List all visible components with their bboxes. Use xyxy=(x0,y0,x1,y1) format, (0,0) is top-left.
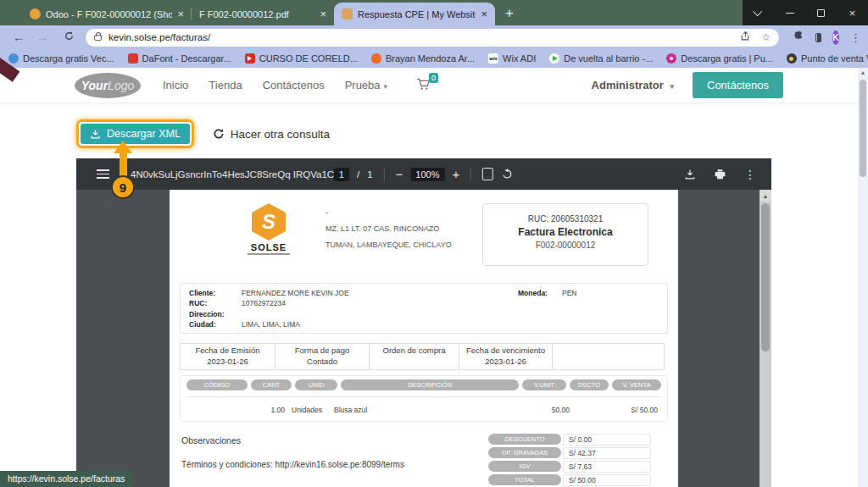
minimize-icon[interactable] xyxy=(782,5,798,20)
observations: Observaciones Términos y condiciones: ht… xyxy=(181,434,488,486)
scroll-up-icon[interactable]: ▲ xyxy=(760,190,771,202)
bookmark-item[interactable]: DaFont - Descargar... xyxy=(128,53,231,64)
bookmark-item[interactable]: CURSO DE CORELD... xyxy=(245,53,358,64)
step-annotation: 9 xyxy=(107,141,139,199)
invoice-document: S SOLSE - MZ. L1 LT. 07 CAS. RINCONAZO T… xyxy=(170,190,678,487)
step-number-badge: 9 xyxy=(111,175,135,199)
tab-title: Respuesta CPE | My Website xyxy=(358,9,476,19)
pdf-page-zoom-controls: 1 / 1 − 100% + xyxy=(334,168,514,181)
close-tab-icon[interactable]: × xyxy=(320,8,326,19)
lock-icon[interactable] xyxy=(94,35,102,41)
odoo-favicon-icon xyxy=(30,8,41,19)
web-page: YourLogo Inicio Tienda Contáctenos Prueb… xyxy=(0,68,868,487)
pdf-toolbar: 4N0vkSuLjGsncrInTo4HesJC8SreQq IRQVa1CR8… xyxy=(76,158,771,190)
nav-prueba[interactable]: Prueba▾ xyxy=(345,79,387,91)
tab-search-icon[interactable] xyxy=(751,5,766,20)
tab-respuesta-cpe[interactable]: Respuesta CPE | My Website × xyxy=(334,3,495,25)
solse-logo: S SOLSE xyxy=(242,203,295,266)
restore-icon[interactable] xyxy=(814,5,829,20)
bookmark-label: De vuelta al barrio -... xyxy=(564,53,653,64)
tab-title: Odoo - F F002-00000012 (Shop/ xyxy=(46,9,172,19)
bookmark-item[interactable]: Punto de venta Ven... xyxy=(787,53,868,64)
fit-page-icon[interactable] xyxy=(482,168,493,180)
dafont-icon xyxy=(128,53,138,64)
bookmark-item[interactable]: Brayan Mendoza Ar... xyxy=(371,53,475,64)
tab-pdf[interactable]: F F002-00000012.pdf × xyxy=(192,3,334,25)
nav-contactenos[interactable]: Contáctenos xyxy=(263,79,325,91)
observations-totals: Observaciones Términos y condiciones: ht… xyxy=(181,434,668,486)
close-tab-icon[interactable]: × xyxy=(177,8,184,19)
logo-text-light: Logo xyxy=(108,79,134,92)
bookmark-item[interactable]: wixWix ADI xyxy=(488,53,536,64)
nav-tienda[interactable]: Tienda xyxy=(209,79,242,91)
page-number-input[interactable]: 1 xyxy=(334,168,349,181)
forward-icon[interactable]: → xyxy=(36,30,48,44)
fox-icon xyxy=(371,53,381,64)
retry-link[interactable]: Hacer otra consulta xyxy=(213,128,330,141)
status-url-tooltip: https://kevin.solse.pe/facturas xyxy=(0,471,132,487)
more-options-icon[interactable]: ⋮ xyxy=(744,168,756,181)
side-panel-icon[interactable] xyxy=(815,33,821,42)
header-right: Administrator ▾ Contáctenos xyxy=(592,72,783,98)
bookmark-item[interactable]: Descarga gratis | Pu... xyxy=(666,53,773,64)
site-favicon-icon xyxy=(342,8,353,19)
reload-icon[interactable] xyxy=(60,30,75,44)
download-icon xyxy=(90,129,101,140)
cart-button[interactable]: 0 xyxy=(416,78,431,93)
url-text[interactable]: kevin.solse.pe/facturas/ xyxy=(108,32,726,42)
bookmark-label: Wix ADI xyxy=(503,53,536,64)
address-bar: ← → kevin.solse.pe/facturas/ ☆ K ⋮ xyxy=(0,25,868,49)
tab-odoo[interactable]: Odoo - F F002-00000012 (Shop/ × xyxy=(22,3,192,25)
user-menu[interactable]: Administrator ▾ xyxy=(592,79,674,91)
close-tab-icon[interactable]: × xyxy=(481,8,487,19)
vecteezy-icon xyxy=(8,53,19,64)
scroll-up-icon[interactable]: ▲ xyxy=(858,68,868,78)
pos-icon xyxy=(787,53,797,64)
scrollbar-thumb[interactable] xyxy=(761,203,770,351)
pdf-scrollbar[interactable]: ▲ xyxy=(760,190,771,487)
chevron-down-icon: ▾ xyxy=(384,82,388,91)
youtube-icon xyxy=(245,53,255,64)
print-icon[interactable] xyxy=(714,169,726,180)
bookmark-star-icon[interactable]: ☆ xyxy=(761,31,771,43)
profile-avatar[interactable]: K xyxy=(832,30,839,45)
close-window-icon[interactable]: × xyxy=(845,5,860,20)
zoom-out-icon[interactable]: − xyxy=(396,168,403,180)
contact-button[interactable]: Contáctenos xyxy=(693,72,783,98)
bookmarks-bar: Descarga gratis Vec... DaFont - Descarga… xyxy=(0,49,868,68)
bookmark-item[interactable]: De vuelta al barrio -... xyxy=(549,53,653,64)
bookmark-label: Punto de venta Ven... xyxy=(801,53,868,64)
pdf-viewer: 4N0vkSuLjGsncrInTo4HesJC8SreQq IRQVa1CR8… xyxy=(76,158,771,487)
link-label: Hacer otra consulta xyxy=(231,128,330,141)
extensions-icon[interactable] xyxy=(790,30,804,44)
company-address: - MZ. L1 LT. 07 CAS. RINCONAZO TUMAN, LA… xyxy=(295,203,482,266)
solse-tagline xyxy=(248,253,290,255)
zoom-in-icon[interactable]: + xyxy=(452,168,459,180)
site-logo[interactable]: YourLogo xyxy=(75,73,141,98)
page-scrollbar[interactable]: ▲ xyxy=(858,68,868,487)
site-nav: Inicio Tienda Contáctenos Prueba▾ 0 xyxy=(163,78,431,93)
page-total: 1 xyxy=(367,169,372,180)
nav-inicio[interactable]: Inicio xyxy=(163,79,188,91)
new-tab-button[interactable]: + xyxy=(505,6,514,20)
totals-table: DESCUENTOS/ 0.00 OP. GRAVADASS/ 42.37 IG… xyxy=(488,434,668,486)
bookmark-label: DaFont - Descargar... xyxy=(142,53,231,64)
bookmark-item[interactable]: Descarga gratis Vec... xyxy=(8,53,114,64)
back-icon[interactable]: ← xyxy=(13,30,25,44)
url-input[interactable]: kevin.solse.pe/facturas/ ☆ xyxy=(86,29,779,47)
document-number: F002-00000012 xyxy=(488,241,643,250)
share-icon[interactable] xyxy=(737,30,751,44)
download-icon[interactable] xyxy=(684,169,696,180)
terms-link: Términos y condiciones: http://kevin16.s… xyxy=(181,460,488,469)
divider xyxy=(384,168,385,181)
client-box: Cliente:FERNANDEZ MORE KEVIN JOE RUC:107… xyxy=(180,283,668,334)
scrollbar-thumb[interactable] xyxy=(860,80,866,177)
tab-title: F F002-00000012.pdf xyxy=(199,9,314,19)
bookmark-label: Brayan Mendoza Ar... xyxy=(386,53,475,64)
solse-name: SOLSE xyxy=(242,242,295,252)
wix-icon: wix xyxy=(488,53,498,64)
rotate-icon[interactable] xyxy=(501,168,514,180)
chrome-menu-icon[interactable]: ⋮ xyxy=(850,31,861,44)
refresh-icon xyxy=(213,128,225,140)
zoom-level[interactable]: 100% xyxy=(410,168,444,181)
